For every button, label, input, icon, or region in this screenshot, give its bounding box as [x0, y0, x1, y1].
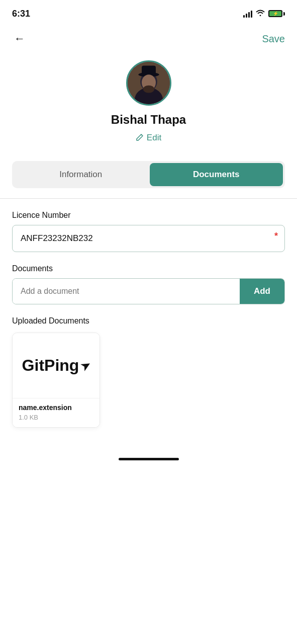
status-time: 6:31 [12, 9, 30, 19]
edit-button[interactable]: Edit [136, 133, 161, 143]
edit-icon [136, 133, 144, 143]
documents-label: Documents [12, 264, 285, 273]
avatar-image [128, 60, 170, 106]
document-input[interactable] [13, 279, 240, 304]
home-indicator [119, 458, 179, 460]
document-filesize: 1.0 KB [19, 414, 93, 421]
status-icons: ⚡ [243, 9, 285, 18]
header-nav: ← Save [0, 25, 297, 55]
bottom-indicator [0, 448, 297, 466]
tab-documents[interactable]: Documents [150, 163, 283, 186]
back-button[interactable]: ← [12, 30, 27, 47]
wifi-icon [255, 9, 265, 18]
svg-rect-5 [142, 65, 156, 75]
tabs-container: Information Documents [12, 161, 285, 188]
profile-section: Bishal Thapa Edit [0, 55, 297, 153]
battery-icon: ⚡ [268, 10, 285, 17]
licence-input-wrapper: * [12, 225, 285, 252]
document-card[interactable]: GitPing ➤ name.extension 1.0 KB [12, 333, 100, 428]
add-document-button[interactable]: Add [240, 279, 284, 304]
gitping-logo: GitPing ➤ [22, 356, 90, 375]
required-star: * [274, 231, 278, 242]
document-card-info: name.extension 1.0 KB [13, 398, 100, 427]
document-input-row: Add [12, 278, 285, 304]
document-filename: name.extension [19, 404, 93, 412]
tab-information[interactable]: Information [14, 163, 148, 186]
licence-number-label: Licence Number [12, 211, 285, 220]
svg-point-7 [143, 86, 154, 93]
status-bar: 6:31 ⚡ [0, 0, 297, 25]
form-section: Licence Number * Documents Add Uploaded … [0, 199, 297, 428]
save-button[interactable]: Save [262, 33, 285, 45]
avatar [126, 60, 171, 106]
profile-name: Bishal Thapa [111, 113, 186, 127]
gitping-arrow-icon: ➤ [78, 358, 93, 374]
document-preview: GitPing ➤ [13, 333, 100, 398]
signal-icon [243, 10, 252, 18]
uploaded-documents-label: Uploaded Documents [12, 316, 285, 326]
licence-number-input[interactable] [12, 225, 285, 252]
